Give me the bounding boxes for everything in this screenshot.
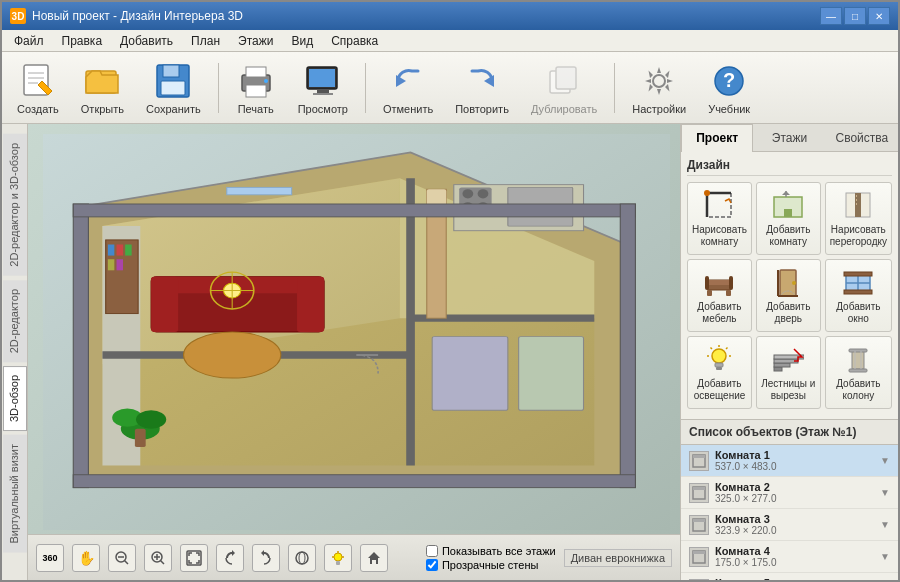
svg-rect-50	[108, 259, 114, 270]
room-1-name: Комната 1	[715, 449, 874, 461]
object-list[interactable]: Комната 1 537.0 × 483.0 ▼ Комната 2 325.…	[681, 445, 898, 580]
checkbox-group: Показывать все этажи Прозрачные стены	[426, 545, 556, 571]
svg-rect-20	[556, 67, 576, 89]
toolbar-duplicate-label: Дублировать	[531, 103, 597, 115]
undo-icon	[388, 61, 428, 101]
toolbar-create-label: Создать	[17, 103, 59, 115]
menu-bar: Файл Правка Добавить План Этажи Вид Спра…	[2, 30, 898, 52]
checkbox-show-all-floors[interactable]: Показывать все этажи	[426, 545, 556, 557]
toolbar-preview[interactable]: Просмотр	[289, 56, 357, 120]
panel-tab-floors[interactable]: Этажи	[753, 124, 825, 151]
design-btn-window[interactable]: Добавить окно	[825, 259, 892, 332]
room-2-arrow: ▼	[880, 487, 890, 498]
list-item[interactable]: Комната 1 537.0 × 483.0 ▼	[681, 445, 898, 477]
view-tool-rotate-cw[interactable]	[252, 544, 280, 572]
menu-edit[interactable]: Правка	[54, 32, 111, 50]
panel-tab-project[interactable]: Проект	[681, 124, 753, 152]
view-tool-fit[interactable]	[180, 544, 208, 572]
design-btn-partition[interactable]: Нарисовать перегородку	[825, 182, 892, 255]
svg-rect-97	[856, 203, 857, 205]
svg-rect-103	[729, 276, 733, 290]
menu-file[interactable]: Файл	[6, 32, 52, 50]
title-bar: 3D Новый проект - Дизайн Интерьера 3D — …	[2, 2, 898, 30]
floor-plan-svg	[43, 134, 670, 530]
design-btn-stairs[interactable]: Лестницы и вырезы	[756, 336, 821, 409]
view-tool-home[interactable]	[360, 544, 388, 572]
room-icon-2	[689, 483, 709, 503]
open-icon	[82, 61, 122, 101]
svg-point-77	[296, 552, 308, 564]
toolbar-create[interactable]: Создать	[8, 56, 68, 120]
svg-rect-10	[246, 67, 266, 77]
room-5-info: Комната 5 165.0 × 172.1	[715, 577, 874, 580]
maximize-button[interactable]: □	[844, 7, 866, 25]
view-tool-hand[interactable]: ✋	[72, 544, 100, 572]
show-all-floors-checkbox[interactable]	[426, 545, 438, 557]
svg-point-113	[712, 349, 726, 363]
design-section: Дизайн Нарисовать комнату Добавить комна…	[681, 152, 898, 419]
svg-rect-120	[715, 363, 723, 367]
list-item[interactable]: Комната 5 165.0 × 172.1 ▼	[681, 573, 898, 580]
close-button[interactable]: ✕	[868, 7, 890, 25]
minimize-button[interactable]: —	[820, 7, 842, 25]
toolbar-print[interactable]: Печать	[227, 56, 285, 120]
view-tool-light[interactable]	[324, 544, 352, 572]
add-room-icon	[772, 189, 804, 221]
furniture-label: Добавить мебель	[692, 301, 747, 325]
menu-floors[interactable]: Этажи	[230, 32, 281, 50]
side-tab-vr[interactable]: Виртуальный визит	[3, 435, 27, 553]
window-label: Добавить окно	[830, 301, 887, 325]
view-tool-rotate-ccw[interactable]	[216, 544, 244, 572]
toolbar-undo[interactable]: Отменить	[374, 56, 442, 120]
room-3-size: 323.9 × 220.0	[715, 525, 874, 536]
view-tool-zoom-in[interactable]	[144, 544, 172, 572]
side-tab-2d3d[interactable]: 2D-редактор и 3D-обзор	[3, 134, 27, 276]
list-item[interactable]: Комната 3 323.9 × 220.0 ▼	[681, 509, 898, 541]
toolbar-settings-label: Настройки	[632, 103, 686, 115]
toolbar-open[interactable]: Открыть	[72, 56, 133, 120]
design-btn-door[interactable]: Добавить дверь	[756, 259, 821, 332]
menu-view[interactable]: Вид	[283, 32, 321, 50]
room-2-name: Комната 2	[715, 481, 874, 493]
side-tab-2d[interactable]: 2D-редактор	[3, 280, 27, 362]
svg-rect-16	[313, 93, 333, 95]
svg-rect-121	[716, 367, 722, 370]
svg-rect-128	[849, 369, 867, 372]
list-item[interactable]: Комната 2 325.0 × 277.0 ▼	[681, 477, 898, 509]
side-tab-3d[interactable]: 3D-обзор	[3, 366, 27, 431]
design-btn-draw-room[interactable]: Нарисовать комнату	[687, 182, 752, 255]
panel-tab-properties[interactable]: Свойства	[826, 124, 898, 151]
view-tool-360[interactable]: 360	[36, 544, 64, 572]
view-tool-zoom-out[interactable]	[108, 544, 136, 572]
toolbar-settings[interactable]: Настройки	[623, 56, 695, 120]
svg-rect-136	[693, 519, 705, 522]
svg-rect-45	[135, 429, 146, 447]
toolbar-tutorial[interactable]: ? Учебник	[699, 56, 759, 120]
menu-add[interactable]: Добавить	[112, 32, 181, 50]
transparent-walls-checkbox[interactable]	[426, 559, 438, 571]
toolbar-print-label: Печать	[238, 103, 274, 115]
object-list-header: Список объектов (Этаж №1)	[681, 419, 898, 445]
view-canvas[interactable]	[28, 124, 680, 580]
design-btn-light[interactable]: Добавить освещение	[687, 336, 752, 409]
design-btn-furniture[interactable]: Добавить мебель	[687, 259, 752, 332]
room-5-name: Комната 5	[715, 577, 874, 580]
window-icon	[842, 266, 874, 298]
svg-rect-35	[151, 277, 178, 332]
stairs-icon	[772, 343, 804, 375]
menu-plan[interactable]: План	[183, 32, 228, 50]
design-btn-column[interactable]: Добавить колону	[825, 336, 892, 409]
checkbox-transparent-walls[interactable]: Прозрачные стены	[426, 559, 556, 571]
column-icon	[842, 343, 874, 375]
svg-rect-66	[73, 204, 635, 217]
partition-label: Нарисовать перегородку	[830, 224, 887, 248]
view-tool-orbit[interactable]	[288, 544, 316, 572]
list-item[interactable]: Комната 4 175.0 × 175.0 ▼	[681, 541, 898, 573]
room-3-arrow: ▼	[880, 519, 890, 530]
side-tabs: 2D-редактор и 3D-обзор 2D-редактор 3D-об…	[2, 124, 28, 580]
menu-help[interactable]: Справка	[323, 32, 386, 50]
design-btn-add-room[interactable]: Добавить комнату	[756, 182, 821, 255]
toolbar-save[interactable]: Сохранить	[137, 56, 210, 120]
toolbar-redo[interactable]: Повторить	[446, 56, 518, 120]
toolbar-duplicate[interactable]: Дублировать	[522, 56, 606, 120]
